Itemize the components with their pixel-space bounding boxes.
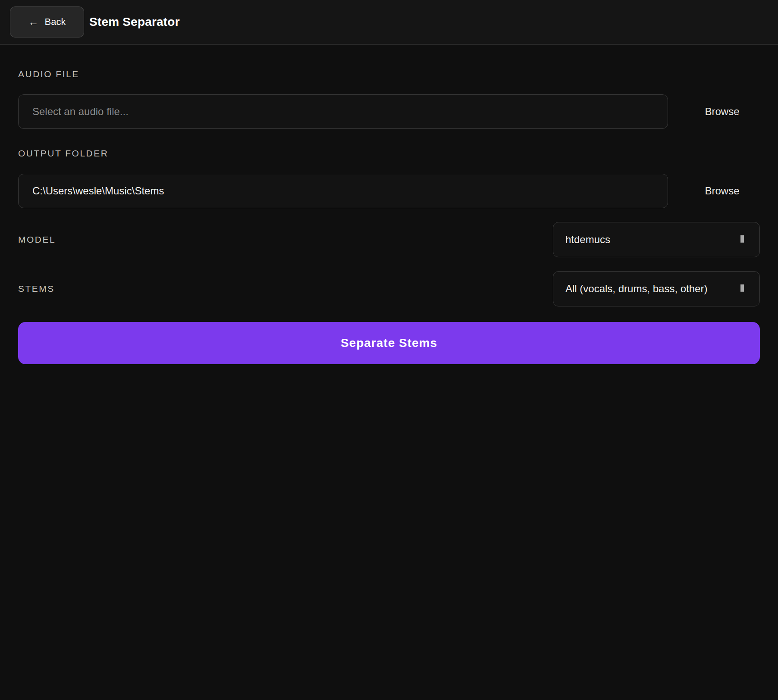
app-header: ← Back Stem Separator [0, 0, 778, 45]
left-arrow-icon: ← [28, 17, 39, 27]
output-folder-input[interactable] [18, 174, 668, 208]
dropdown-indicator-icon [740, 284, 744, 292]
separate-stems-button[interactable]: Separate Stems [18, 322, 760, 364]
stems-row: STEMS All (vocals, drums, bass, other) [18, 271, 760, 306]
back-button[interactable]: ← Back [10, 6, 84, 38]
audio-file-input[interactable] [18, 94, 668, 129]
model-label: MODEL [18, 234, 56, 245]
back-button-label: Back [45, 16, 66, 28]
output-folder-label: OUTPUT FOLDER [18, 148, 760, 159]
model-row: MODEL htdemucs [18, 222, 760, 257]
stem-separator-form: AUDIO FILE Browse OUTPUT FOLDER Browse M… [0, 45, 778, 364]
model-select[interactable]: htdemucs [553, 222, 760, 257]
stems-select[interactable]: All (vocals, drums, bass, other) [553, 271, 760, 306]
output-folder-row: Browse [18, 174, 760, 208]
dropdown-indicator-icon [740, 235, 744, 243]
model-select-value: htdemucs [565, 234, 610, 246]
audio-file-row: Browse [18, 94, 760, 129]
audio-file-label: AUDIO FILE [18, 69, 760, 79]
output-folder-group: OUTPUT FOLDER Browse [18, 148, 760, 208]
page-title: Stem Separator [89, 15, 180, 29]
stems-select-value: All (vocals, drums, bass, other) [565, 283, 707, 295]
audio-file-browse-button[interactable]: Browse [668, 106, 760, 118]
audio-file-group: AUDIO FILE Browse [18, 69, 760, 129]
output-folder-browse-button[interactable]: Browse [668, 185, 760, 197]
stems-label: STEMS [18, 284, 55, 294]
